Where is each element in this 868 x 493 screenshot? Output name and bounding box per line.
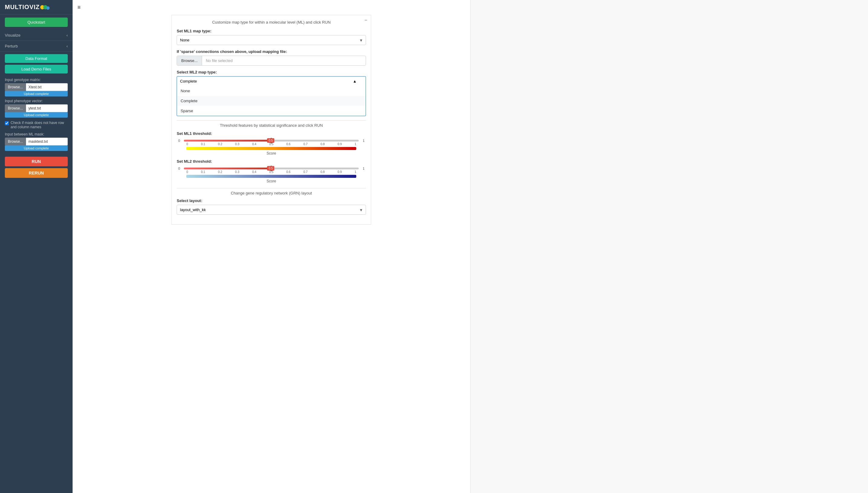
rerun-button[interactable]: RERUN — [5, 168, 68, 178]
genotype-file-row: Browse... Xtest.txt — [5, 83, 68, 91]
logo-dots — [40, 4, 50, 10]
phenotype-label: Input phenotype vector: — [5, 99, 68, 103]
threshold-section: Threshold features by statistical signif… — [177, 123, 366, 183]
sidebar-item-label-perturb: Perturb — [5, 44, 18, 48]
sparse-file-section: Browse... No file selected — [177, 56, 366, 66]
dot-blue-icon — [46, 6, 50, 10]
ml2-option-complete[interactable]: Complete — [177, 96, 366, 106]
hamburger-icon: ≡ — [78, 4, 81, 10]
ml2-slider-fill — [184, 168, 271, 169]
main-panel: − Customize map type for within a molecu… — [172, 15, 371, 225]
mask-file-row: Browse... masktest.txt — [5, 137, 68, 146]
app-logo: MULTIOVIZ — [0, 0, 72, 15]
threshold-description: Threshold features by statistical signif… — [177, 123, 366, 128]
ml1-select-wrapper: None Complete Sparse ▼ — [177, 35, 366, 45]
layout-select-wrapper: layout_with_kk layout_nicely layout_as_t… — [177, 205, 366, 215]
ml2-slider-min: 0 — [177, 167, 181, 170]
ml2-select-container: Complete ▲ None Complete Sparse — [177, 76, 366, 116]
ml2-gradient-bar — [186, 175, 356, 178]
ml2-option-none[interactable]: None — [177, 86, 366, 96]
map-type-description: Customize map type for within a molecula… — [177, 20, 366, 24]
ml1-slider-min: 0 — [177, 139, 181, 143]
ml1-slider-badge: 0.5 — [267, 138, 274, 143]
phenotype-browse-button[interactable]: Browse... — [5, 104, 26, 112]
ml2-slider-badge: 0.5 — [267, 166, 274, 171]
chevron-right-icon: ‹ — [67, 33, 68, 38]
ml2-dropdown-list: None Complete Sparse — [177, 86, 366, 116]
ml2-select-arrow-up-icon: ▲ — [353, 79, 356, 84]
genotype-label: Input genotype matrix: — [5, 78, 68, 82]
sparse-file-placeholder: No file selected — [202, 56, 366, 65]
ml2-map-label: Select ML2 map type: — [177, 70, 366, 74]
ml2-option-sparse[interactable]: Sparse — [177, 106, 366, 116]
hamburger-menu[interactable]: ≡ — [72, 0, 470, 15]
mask-label: Input between ML mask: — [5, 132, 68, 136]
ml1-slider-max: 1 — [361, 139, 366, 143]
ml1-map-select[interactable]: None Complete Sparse — [177, 35, 366, 45]
sidebar-item-label-visualize: Visualize — [5, 33, 21, 38]
main-content: ≡ − Customize map type for within a mole… — [72, 0, 470, 493]
genotype-filename: Xtest.txt — [26, 83, 68, 91]
genotype-browse-button[interactable]: Browse... — [5, 83, 26, 91]
mask-checkbox-label: Check if mask does not have row and colu… — [10, 121, 68, 129]
grn-description: Change gene regulatory network (GRN) lay… — [177, 191, 366, 195]
phenotype-file-row: Browse... ytest.txt — [5, 104, 68, 112]
mask-upload-status: Upload complete — [5, 146, 68, 151]
ml1-threshold-label: Set ML1 threshold: — [177, 131, 366, 136]
sidebar-item-perturb[interactable]: Perturb ‹ — [0, 41, 72, 52]
quickstart-section: Quickstart — [0, 15, 72, 30]
data-format-button[interactable]: Data Format — [5, 54, 68, 63]
sidebar-tools-section: Data Format Load Demo Files Input genoty… — [0, 52, 72, 180]
map-type-section: Customize map type for within a molecula… — [177, 20, 366, 116]
ml1-slider-fill — [184, 140, 271, 142]
ml2-threshold-label: Set ML2 threshold: — [177, 159, 366, 164]
ml2-select-open: Complete ▲ — [177, 76, 366, 86]
genotype-upload-status: Upload complete — [5, 91, 68, 97]
sparse-file-row: Browse... No file selected — [177, 56, 366, 66]
sparse-upload-label: If 'sparse' connections chosen above, up… — [177, 49, 366, 54]
phenotype-filename: ytest.txt — [26, 104, 68, 112]
app-name: MULTIOVIZ — [5, 4, 40, 10]
grn-section: Change gene regulatory network (GRN) lay… — [177, 191, 366, 215]
layout-label: Select layout: — [177, 198, 366, 203]
ml1-gradient-bar — [186, 147, 356, 150]
ml1-map-label: Set ML1 map type: — [177, 29, 366, 33]
mask-checkbox-row: Check if mask does not have row and colu… — [5, 121, 68, 129]
ml2-slider-max: 1 — [361, 167, 366, 170]
mask-checkbox[interactable] — [5, 121, 9, 125]
mask-browse-button[interactable]: Browse... — [5, 137, 26, 146]
ml2-selected-value: Complete — [180, 79, 197, 84]
ml2-score-label: Score — [177, 179, 366, 183]
panel-collapse-button[interactable]: − — [365, 18, 367, 23]
quickstart-button[interactable]: Quickstart — [5, 18, 68, 27]
mask-filename: masktest.txt — [26, 137, 68, 146]
ml2-slider-container: 0 1 0.5 00.10.20.30.40.50.60.70.80.91 — [177, 166, 366, 183]
ml2-select-display[interactable]: Complete ▲ — [177, 76, 366, 86]
sparse-browse-button[interactable]: Browse... — [177, 56, 202, 65]
sidebar: MULTIOVIZ Quickstart Visualize ‹ Perturb… — [0, 0, 72, 493]
ml1-slider-container: 0 1 0.5 00.10.20.30.40.50.60.70.80 — [177, 137, 366, 155]
load-demo-button[interactable]: Load Demo Files — [5, 65, 68, 73]
chevron-right-icon-perturb: ‹ — [67, 44, 68, 48]
layout-select[interactable]: layout_with_kk layout_nicely layout_as_t… — [177, 205, 366, 215]
ml1-score-label: Score — [177, 151, 366, 155]
sidebar-item-visualize[interactable]: Visualize ‹ — [0, 30, 72, 41]
phenotype-upload-status: Upload complete — [5, 112, 68, 117]
run-button[interactable]: RUN — [5, 157, 68, 166]
right-panel — [470, 0, 868, 493]
